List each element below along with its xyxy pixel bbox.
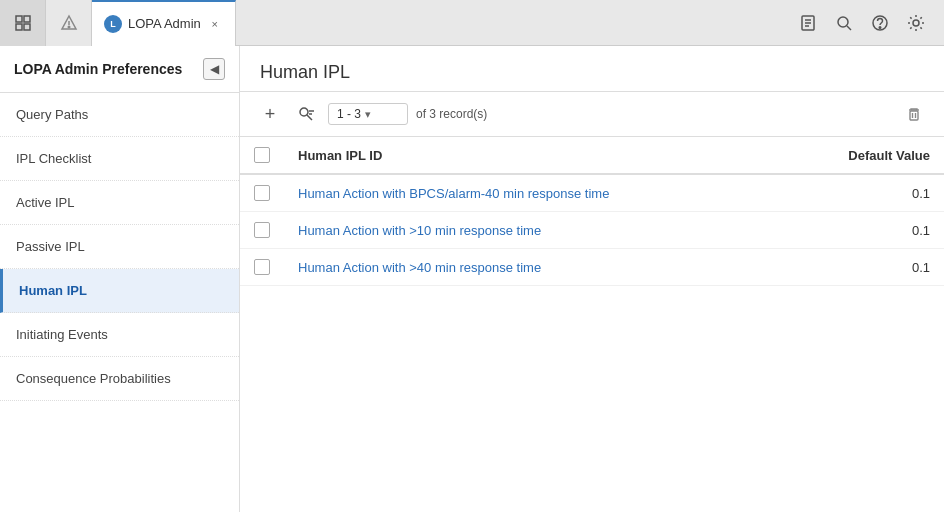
content-panel: Human IPL + 1 - 3 ▾ of 3 record(s): [240, 46, 944, 512]
svg-point-14: [879, 26, 881, 28]
row-3-link[interactable]: Human Action with >40 min response time: [298, 260, 541, 275]
svg-rect-0: [16, 16, 22, 22]
row-checkbox-cell: [240, 249, 284, 286]
table-row: Human Action with >10 min response time …: [240, 212, 944, 249]
table-wrap: Human IPL ID Default Value Human Action …: [240, 137, 944, 512]
row-checkbox-cell: [240, 174, 284, 212]
sidebar-title: LOPA Admin Preferences: [14, 61, 182, 77]
sidebar: LOPA Admin Preferences ◀ Query Paths IPL…: [0, 46, 240, 512]
row-2-value: 0.1: [783, 212, 944, 249]
svg-point-6: [68, 26, 70, 28]
sidebar-item-consequence-probabilities[interactable]: Consequence Probabilities: [0, 357, 239, 401]
row-1-id: Human Action with BPCS/alarm-40 min resp…: [284, 174, 783, 212]
row-1-checkbox[interactable]: [254, 185, 270, 201]
top-actions: [792, 7, 944, 39]
records-label: of 3 record(s): [416, 107, 487, 121]
chevron-down-icon: ▾: [365, 108, 371, 121]
sidebar-item-passive-ipl[interactable]: Passive IPL: [0, 225, 239, 269]
svg-line-17: [307, 115, 312, 120]
sidebar-item-initiating-events[interactable]: Initiating Events: [0, 313, 239, 357]
sidebar-header: LOPA Admin Preferences ◀: [0, 46, 239, 93]
sidebar-item-human-ipl[interactable]: Human IPL: [0, 269, 239, 313]
lopa-tab-icon: L: [104, 15, 122, 33]
row-checkbox-cell: [240, 212, 284, 249]
table-row: Human Action with BPCS/alarm-40 min resp…: [240, 174, 944, 212]
row-1-value: 0.1: [783, 174, 944, 212]
row-2-checkbox[interactable]: [254, 222, 270, 238]
page-range-value: 1 - 3: [337, 107, 361, 121]
svg-point-15: [913, 20, 919, 26]
row-2-id: Human Action with >10 min response time: [284, 212, 783, 249]
filter-button[interactable]: [292, 100, 320, 128]
column-header-value: Default Value: [783, 137, 944, 174]
svg-rect-2: [16, 24, 22, 30]
row-3-checkbox[interactable]: [254, 259, 270, 275]
column-header-id: Human IPL ID: [284, 137, 783, 174]
svg-point-16: [300, 108, 308, 116]
help-button[interactable]: [864, 7, 896, 39]
row-3-id: Human Action with >40 min response time: [284, 249, 783, 286]
table-row: Human Action with >40 min response time …: [240, 249, 944, 286]
page-title: Human IPL: [260, 62, 924, 83]
tab-lopa-admin[interactable]: L LOPA Admin ×: [92, 0, 236, 46]
search-button[interactable]: [828, 7, 860, 39]
svg-rect-1: [24, 16, 30, 22]
svg-rect-20: [910, 111, 918, 120]
tab-close-button[interactable]: ×: [207, 16, 223, 32]
sidebar-item-active-ipl[interactable]: Active IPL: [0, 181, 239, 225]
svg-rect-3: [24, 24, 30, 30]
sidebar-item-query-paths[interactable]: Query Paths: [0, 93, 239, 137]
content-header: Human IPL: [240, 46, 944, 92]
add-button[interactable]: +: [256, 100, 284, 128]
row-1-link[interactable]: Human Action with BPCS/alarm-40 min resp…: [298, 186, 609, 201]
page-range-select[interactable]: 1 - 3 ▾: [328, 103, 408, 125]
tab-icon-grid[interactable]: [0, 0, 46, 46]
row-3-value: 0.1: [783, 249, 944, 286]
tab-bar: L LOPA Admin ×: [0, 0, 944, 46]
svg-line-12: [847, 26, 851, 30]
notes-button[interactable]: [792, 7, 824, 39]
header-checkbox[interactable]: [254, 147, 270, 163]
sidebar-item-ipl-checklist[interactable]: IPL Checklist: [0, 137, 239, 181]
main-area: LOPA Admin Preferences ◀ Query Paths IPL…: [0, 46, 944, 512]
settings-button[interactable]: [900, 7, 932, 39]
svg-point-11: [838, 17, 848, 27]
sidebar-collapse-button[interactable]: ◀: [203, 58, 225, 80]
tab-label: LOPA Admin: [128, 16, 201, 31]
delete-button[interactable]: [900, 100, 928, 128]
human-ipl-table: Human IPL ID Default Value Human Action …: [240, 137, 944, 286]
row-2-link[interactable]: Human Action with >10 min response time: [298, 223, 541, 238]
toolbar: + 1 - 3 ▾ of 3 record(s): [240, 92, 944, 137]
tab-icon-warning[interactable]: [46, 0, 92, 46]
header-checkbox-cell: [240, 137, 284, 174]
